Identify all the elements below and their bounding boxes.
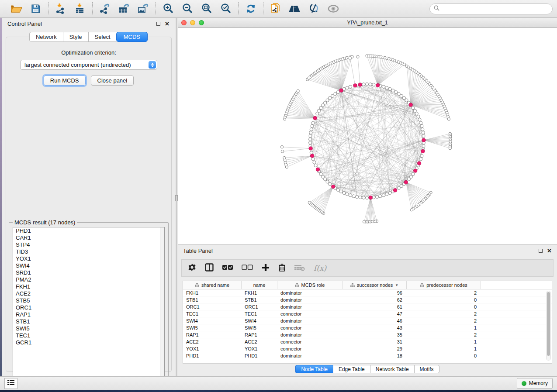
mcds-result-item[interactable]: CAR1 [13,234,164,241]
cell-shared_name[interactable]: ORC1 [183,303,242,310]
column-header-MCDS-role[interactable]: MCDS role [277,281,343,289]
mcds-hub-node[interactable] [339,89,343,92]
network-node[interactable] [372,196,375,199]
network-node[interactable] [417,115,420,118]
cell-mcds_role[interactable]: dominator [277,296,343,303]
network-node[interactable] [349,85,352,88]
network-node[interactable] [365,196,368,199]
table-row[interactable]: ORC1ORC1dominator610 [183,303,552,310]
search-input[interactable] [442,6,548,12]
network-node[interactable] [403,63,405,66]
mcds-result-item[interactable]: RAP1 [13,311,164,318]
close-panel-icon[interactable]: ✕ [165,21,170,27]
network-node[interactable] [346,193,349,196]
mcds-hub-node[interactable] [394,189,397,192]
refresh-button[interactable] [244,2,258,16]
network-node[interactable] [314,164,317,167]
cell-predecessor_nodes[interactable]: 0 [407,296,481,303]
network-node[interactable] [349,194,352,197]
network-node[interactable] [385,86,388,89]
network-node[interactable] [421,128,424,131]
cell-predecessor_nodes[interactable]: 2 [407,331,481,338]
close-table-panel-icon[interactable]: ✕ [547,248,552,254]
cell-successor_nodes[interactable]: 18 [343,352,407,359]
column-header-predecessor-nodes[interactable]: predecessor nodes [407,281,481,289]
network-node[interactable] [407,178,410,181]
network-node[interactable] [388,87,391,90]
mcds-result-item[interactable]: ACE2 [13,290,164,297]
network-node[interactable] [397,93,400,96]
network-node[interactable] [309,138,312,141]
table-row[interactable]: STB1STB1dominator620 [183,296,552,303]
column-header-successor-nodes[interactable]: successor nodes▼ [343,281,407,289]
network-node[interactable] [382,194,385,197]
mcds-hub-node[interactable] [309,147,312,150]
mcds-result-item[interactable]: PMA2 [13,276,164,283]
mcds-result-item[interactable]: TID3 [13,248,164,255]
cell-successor_nodes[interactable]: 29 [343,345,407,352]
mcds-result-item[interactable]: STB5 [13,297,164,304]
save-session-button[interactable] [29,2,43,16]
open-session-button[interactable] [10,2,24,16]
cell-predecessor_nodes[interactable]: 0 [407,303,481,310]
mcds-result-item[interactable]: YOX1 [13,255,164,262]
network-node[interactable] [372,83,375,86]
network-node[interactable] [356,55,359,58]
cell-predecessor_nodes[interactable]: 0 [407,352,481,359]
cell-name[interactable]: YOX1 [242,345,277,352]
network-node[interactable] [379,195,382,198]
table-row[interactable]: TEC1TEC1connector472 [183,310,552,317]
cell-mcds_role[interactable]: dominator [277,303,343,310]
import-table-button[interactable] [73,2,87,16]
table-row[interactable]: PHD1PHD1dominator180 [183,352,552,359]
table-row[interactable]: SWI5SWI5connector431 [183,324,552,331]
network-node[interactable] [324,178,327,181]
network-node[interactable] [375,195,378,198]
tab-mcds[interactable]: MCDS [116,32,148,42]
cell-name[interactable]: FKH1 [242,289,277,296]
network-node[interactable] [326,180,329,183]
network-node[interactable] [309,134,312,138]
cell-name[interactable]: ACE2 [242,338,277,345]
delete-column-button[interactable] [278,263,286,273]
network-node[interactable] [413,109,416,112]
network-node[interactable] [402,96,405,100]
network-node[interactable] [415,112,418,115]
cell-successor_nodes[interactable]: 47 [343,310,407,317]
export-network-button[interactable] [98,2,112,16]
network-node[interactable] [409,175,412,178]
cell-predecessor_nodes[interactable]: 2 [407,289,481,296]
network-node[interactable] [336,91,339,94]
cell-mcds_role[interactable]: connector [277,338,343,345]
mcds-result-item[interactable]: SWI4 [13,262,164,269]
network-node[interactable] [447,118,450,120]
network-node[interactable] [362,83,365,86]
network-node[interactable] [397,186,400,189]
network-node[interactable] [310,151,313,154]
cell-predecessor_nodes[interactable]: 1 [407,338,481,345]
mcds-result-item[interactable]: FKH1 [13,283,164,290]
cell-name[interactable]: TEC1 [242,310,277,317]
network-node[interactable] [400,94,403,97]
function-builder-button[interactable]: f(x) [314,263,326,273]
table-settings-button[interactable] [188,263,196,273]
mcds-hub-node[interactable] [353,84,357,87]
network-node[interactable] [394,91,398,94]
show-columns-button[interactable] [205,263,214,273]
network-node[interactable] [349,57,351,59]
network-node[interactable] [311,158,315,161]
network-node[interactable] [329,182,332,186]
network-node[interactable] [343,191,346,194]
mcds-hub-node[interactable] [418,162,421,165]
mcds-result-item[interactable]: PHD1 [13,227,164,234]
cell-shared_name[interactable]: RAP1 [183,331,242,338]
export-image-button[interactable] [136,2,150,16]
network-canvas[interactable] [178,28,557,244]
network-node[interactable] [362,196,365,199]
network-node[interactable] [281,150,284,153]
network-node[interactable] [382,85,385,88]
mcds-hub-node[interactable] [310,154,314,158]
network-node[interactable] [369,83,372,86]
mcds-hub-node[interactable] [422,138,426,142]
cell-successor_nodes[interactable]: 96 [343,289,407,296]
